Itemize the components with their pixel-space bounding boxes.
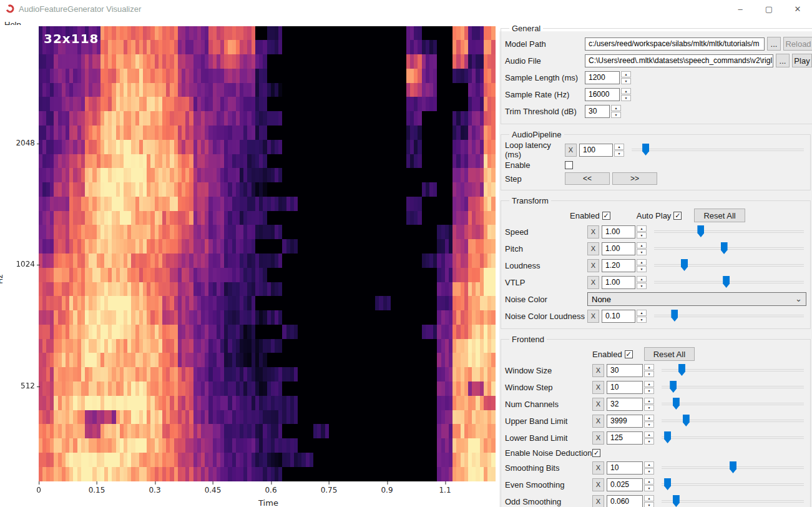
minimize-button[interactable]: – [726,0,755,17]
pitch-spinner[interactable]: ▲▼ [637,242,647,255]
spinner-up-icon: ▲ [637,225,647,232]
loop-latency-clear-button[interactable]: X [565,144,577,157]
noise-color-loudness-slider[interactable] [654,309,804,323]
loudness-spinner[interactable]: ▲▼ [637,259,647,272]
model-path-input[interactable]: c:/users/reed/workspace/silabs/mltk/mltk… [585,37,765,51]
smoothing-bits-label: Smoothing Bits [505,463,592,473]
lower-band-limit-input[interactable]: 125 [607,431,643,445]
step-back-button[interactable]: << [565,172,610,185]
pitch-input[interactable]: 1.00 [602,242,635,255]
window-step-slider[interactable] [662,380,804,394]
trim-threshold-input[interactable]: 30 [585,105,610,118]
spinner-down-icon: ▼ [644,421,654,428]
even-smoothing-slider[interactable] [662,478,804,491]
sample-length-spinner[interactable]: ▲▼ [621,71,631,84]
frontend-reset-all-button[interactable]: Reset All [644,347,695,361]
spinner-down-icon: ▼ [621,78,631,84]
spinner-down-icon: ▼ [621,95,631,101]
lower-band-limit-label: Lower Band Limit [505,433,592,443]
upper-band-limit-slider[interactable] [662,414,804,428]
smoothing-bits-spinner[interactable]: ▲▼ [644,461,654,475]
title-bar: AudioFeatureGenerator Visualizer – ▢ ✕ [0,0,812,17]
slider-handle [721,242,728,254]
even-smoothing-input[interactable]: 0.025 [607,478,643,491]
lower-band-limit-spinner[interactable]: ▲▼ [644,431,654,445]
step-forward-button[interactable]: >> [612,172,657,185]
frontend-enabled-checkbox[interactable]: ✓ [625,350,633,358]
window-size-slider[interactable] [662,363,804,377]
smoothing-bits-input[interactable]: 10 [607,461,643,475]
spinner-up-icon: ▲ [637,242,647,249]
window-step-clear-button[interactable]: X [592,381,604,394]
num-channels-clear-button[interactable]: X [592,398,604,411]
loop-latency-slider[interactable] [632,143,804,157]
speed-clear-button[interactable]: X [587,225,599,239]
loop-latency-input[interactable]: 100 [579,144,613,157]
loudness-input[interactable]: 1.20 [602,259,635,272]
num-channels-input[interactable]: 32 [607,398,643,411]
loudness-clear-button[interactable]: X [587,259,599,272]
upper-band-limit-clear-button[interactable]: X [592,415,604,428]
lower-band-limit-clear-button[interactable]: X [592,431,604,445]
speed-spinner[interactable]: ▲▼ [637,225,647,239]
audio-file-browse-button[interactable]: ... [776,54,790,67]
trim-threshold-spinner[interactable]: ▲▼ [611,105,621,118]
model-path-browse-button[interactable]: ... [767,37,781,51]
spinner-down-icon: ▼ [611,112,621,118]
odd-smoothing-input[interactable]: 0.060 [607,495,643,507]
audio-file-input[interactable]: C:\Users\reed\.mltk\datasets\speech_comm… [585,54,773,67]
upper-band-limit-spinner[interactable]: ▲▼ [644,415,654,428]
window-step-input[interactable]: 10 [607,381,643,394]
pitch-clear-button[interactable]: X [587,242,599,255]
window-step-spinner[interactable]: ▲▼ [644,381,654,394]
autoplay-label: Auto Play [637,211,672,220]
odd-smoothing-slider[interactable] [662,495,804,507]
spinner-up-icon: ▲ [644,398,654,404]
num-channels-spinner[interactable]: ▲▼ [644,398,654,411]
odd-smoothing-spinner[interactable]: ▲▼ [644,495,654,507]
sample-rate-input[interactable]: 16000 [585,88,620,101]
transform-enabled-checkbox[interactable]: ✓ [602,212,610,220]
close-button[interactable]: ✕ [783,0,812,17]
vtlp-clear-button[interactable]: X [587,276,599,289]
noise-color-loudness-spinner[interactable]: ▲▼ [637,310,647,323]
vtlp-spinner[interactable]: ▲▼ [637,276,647,289]
maximize-button[interactable]: ▢ [755,0,783,17]
spinner-down-icon: ▼ [637,249,647,255]
even-smoothing-spinner[interactable]: ▲▼ [644,478,654,491]
pitch-slider[interactable] [654,242,804,255]
enable-noise-deduction-checkbox[interactable]: ✓ [592,449,600,457]
upper-band-limit-input[interactable]: 3999 [607,415,643,428]
smoothing-bits-clear-button[interactable]: X [592,461,604,475]
loop-latency-spinner[interactable]: ▲▼ [614,144,624,157]
speed-slider[interactable] [654,225,804,239]
loudness-label: Loudness [505,261,587,270]
num-channels-slider[interactable] [662,397,804,411]
smoothing-bits-slider[interactable] [662,461,804,475]
speed-input[interactable]: 1.00 [602,225,635,239]
window-size-input[interactable]: 30 [607,364,643,377]
shape-overlay-label: 32x118 [44,31,99,46]
odd-smoothing-clear-button[interactable]: X [592,495,604,507]
spinner-up-icon: ▲ [644,431,654,438]
transform-enabled-label: Enabled [570,211,600,220]
autoplay-checkbox[interactable]: ✓ [673,212,682,220]
even-smoothing-clear-button[interactable]: X [592,478,604,491]
pipeline-enable-checkbox[interactable] [565,161,573,169]
noise-color-dropdown[interactable]: None ⌄ [587,292,806,306]
transform-reset-all-button[interactable]: Reset All [694,209,745,222]
noise-color-loudness-clear-button[interactable]: X [587,310,599,323]
spinner-up-icon: ▲ [611,105,621,111]
window-size-spinner[interactable]: ▲▼ [644,364,654,377]
loudness-slider[interactable] [654,258,804,272]
reload-button[interactable]: Reload [783,37,812,51]
spinner-down-icon: ▼ [637,317,647,323]
sample-rate-spinner[interactable]: ▲▼ [621,88,631,101]
play-button[interactable]: Play [792,54,812,67]
window-size-clear-button[interactable]: X [592,364,604,377]
sample-length-input[interactable]: 1200 [585,71,620,84]
lower-band-limit-slider[interactable] [662,431,804,445]
noise-color-loudness-input[interactable]: 0.10 [602,310,635,323]
vtlp-input[interactable]: 1.00 [602,276,635,289]
vtlp-slider[interactable] [654,275,804,289]
